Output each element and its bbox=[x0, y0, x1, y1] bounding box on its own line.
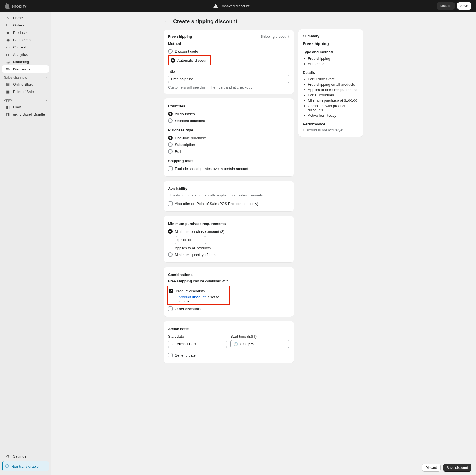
list-item: Automatic bbox=[308, 61, 359, 67]
start-time-input-wrap[interactable]: 🕘 bbox=[230, 340, 289, 348]
start-date-input-wrap[interactable]: 🗓 bbox=[168, 340, 227, 348]
pos-icon: ▣ bbox=[6, 89, 10, 94]
discard-button[interactable]: Discard bbox=[437, 2, 455, 10]
page-header: ← Create shipping discount bbox=[162, 17, 294, 25]
footer-actions: Discard Save discount bbox=[0, 460, 476, 475]
list-item: Active from today bbox=[308, 113, 359, 118]
chevron-right-icon: › bbox=[46, 76, 47, 79]
checkbox-icon bbox=[168, 166, 173, 171]
radio-min-qty[interactable]: Minimum quantity of items bbox=[168, 251, 289, 258]
nav-qikify[interactable]: ◨qikify Upsell Bundle bbox=[2, 111, 49, 118]
checkbox-order-discounts[interactable]: Order discounts bbox=[168, 305, 289, 312]
radio-selected-icon bbox=[168, 112, 173, 116]
min-amount-input-wrap[interactable]: $ bbox=[175, 236, 206, 244]
nav-analytics[interactable]: ⫾⫿Analytics bbox=[2, 51, 49, 58]
list-item: Free shipping on all products bbox=[308, 82, 359, 87]
availability-desc: This discount is automatically applied t… bbox=[168, 193, 289, 197]
nav-content[interactable]: ▭Content bbox=[2, 43, 49, 51]
free-shipping-card: Free shipping Shipping discount Method D… bbox=[164, 30, 294, 94]
list-item: Free shipping bbox=[308, 56, 359, 61]
footer-discard-button[interactable]: Discard bbox=[422, 464, 441, 472]
radio-icon bbox=[168, 252, 173, 257]
summary-name: Free shipping bbox=[303, 41, 359, 46]
active-dates-card: Active dates Start date 🗓 Start time (ES… bbox=[164, 321, 294, 363]
apps-header[interactable]: Apps› bbox=[0, 95, 51, 103]
summary-details-list: For Online Store Free shipping on all pr… bbox=[303, 76, 359, 118]
summary-title: Summary bbox=[303, 34, 359, 38]
product-discount-link[interactable]: 1 product discount bbox=[176, 295, 206, 299]
nav-pos[interactable]: ▣Point of Sale bbox=[2, 88, 49, 95]
back-button[interactable]: ← bbox=[162, 17, 170, 25]
checkbox-icon bbox=[168, 353, 173, 357]
nav-online-store[interactable]: ▤Online Store bbox=[2, 81, 49, 88]
nav-settings[interactable]: ⚙Settings bbox=[2, 452, 49, 460]
page-title: Create shipping discount bbox=[173, 18, 237, 25]
radio-selected-icon bbox=[168, 136, 173, 140]
checkbox-icon bbox=[168, 201, 173, 206]
marketing-icon: ◎ bbox=[6, 59, 10, 64]
start-date-label: Start date bbox=[168, 334, 227, 339]
nav-orders[interactable]: ☐Orders bbox=[2, 21, 49, 29]
clock-icon: 🕘 bbox=[233, 342, 238, 346]
highlight-automatic-discount: Automatic discount bbox=[168, 55, 211, 65]
start-date-input[interactable] bbox=[177, 340, 224, 348]
min-purchase-card: Minimum purchase requirements Minimum pu… bbox=[164, 216, 294, 262]
nav-customers[interactable]: ◉Customers bbox=[2, 36, 49, 43]
start-time-input[interactable] bbox=[240, 340, 286, 348]
radio-icon bbox=[168, 142, 173, 147]
radio-both[interactable]: Both bbox=[168, 148, 289, 155]
title-field-label: Title bbox=[168, 69, 289, 74]
radio-selected-countries[interactable]: Selected countries bbox=[168, 117, 289, 124]
radio-one-time[interactable]: One-time purchase bbox=[168, 134, 289, 141]
store-icon: ▤ bbox=[6, 82, 10, 87]
summary-type-list: Free shipping Automatic bbox=[303, 56, 359, 67]
combinations-title: Combinations bbox=[168, 273, 289, 277]
checkbox-exclude-rates[interactable]: Exclude shipping rates over a certain am… bbox=[168, 165, 289, 172]
highlight-product-discounts: Product discounts 1 product discount is … bbox=[167, 286, 230, 305]
radio-discount-code[interactable]: Discount code bbox=[168, 48, 289, 55]
checkbox-pos[interactable]: Also offer on Point of Sale (POS Pro loc… bbox=[168, 200, 289, 207]
method-label: Method bbox=[168, 41, 289, 46]
radio-automatic-discount[interactable]: Automatic discount bbox=[171, 57, 208, 64]
checkbox-checked-icon bbox=[169, 289, 173, 293]
discounts-icon: % bbox=[6, 67, 10, 71]
summary-details: Details bbox=[303, 70, 359, 75]
footer-save-button[interactable]: Save discount bbox=[443, 464, 471, 472]
radio-all-countries[interactable]: All countries bbox=[168, 111, 289, 117]
save-button[interactable]: Save bbox=[457, 2, 471, 10]
checkbox-product-discounts[interactable]: Product discounts bbox=[168, 288, 228, 294]
gear-icon: ⚙ bbox=[6, 454, 10, 458]
active-dates-title: Active dates bbox=[168, 327, 289, 331]
nav-flow[interactable]: ◧Flow bbox=[2, 103, 49, 111]
products-icon: ◆ bbox=[6, 30, 10, 35]
radio-icon bbox=[168, 49, 173, 54]
summary-performance: Performance bbox=[303, 122, 359, 126]
shopify-logo: shopify bbox=[5, 3, 26, 9]
nav-marketing[interactable]: ◎Marketing bbox=[2, 58, 49, 65]
combinations-card: Combinations Free shipping can be combin… bbox=[164, 267, 294, 317]
checkbox-set-end-date[interactable]: Set end date bbox=[168, 352, 289, 359]
title-input[interactable] bbox=[168, 75, 289, 83]
customers-icon: ◉ bbox=[6, 37, 10, 42]
list-item: Combines with product discounts bbox=[308, 103, 359, 113]
radio-min-amount[interactable]: Minimum purchase amount ($) bbox=[168, 228, 289, 235]
countries-title: Countries bbox=[168, 104, 289, 108]
nav-discounts[interactable]: %Discounts bbox=[2, 65, 49, 73]
summary-perf-text: Discount is not active yet bbox=[303, 128, 359, 132]
nav-products[interactable]: ◆Products bbox=[2, 29, 49, 36]
nav-home[interactable]: ⌂Home bbox=[2, 14, 49, 21]
shipping-rates-label: Shipping rates bbox=[168, 159, 289, 163]
content-icon: ▭ bbox=[6, 45, 10, 49]
list-item: Minimum purchase of $100.00 bbox=[308, 98, 359, 103]
list-item: Applies to one-time purchases bbox=[308, 87, 359, 92]
radio-subscription[interactable]: Subscription bbox=[168, 141, 289, 148]
radio-selected-icon bbox=[171, 58, 175, 63]
sales-channels-header[interactable]: Sales channels› bbox=[0, 73, 51, 81]
checkbox-icon bbox=[168, 306, 173, 311]
qikify-icon: ◨ bbox=[6, 112, 10, 116]
chevron-right-icon: › bbox=[46, 98, 47, 102]
radio-icon bbox=[168, 118, 173, 123]
calendar-icon: 🗓 bbox=[171, 342, 175, 346]
summary-type-method: Type and method bbox=[303, 50, 359, 54]
min-amount-input[interactable] bbox=[180, 236, 204, 244]
